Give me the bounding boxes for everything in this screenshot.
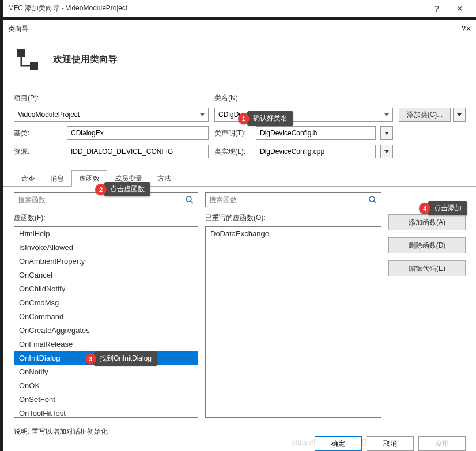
svg-point-3 (186, 196, 191, 202)
list-item[interactable]: OnOK (14, 379, 198, 393)
res-label: 资源: (14, 147, 62, 157)
overridden-list-label: 已重写的虚函数(O): (205, 213, 381, 223)
callout-4: 4 点击添加 (419, 201, 467, 215)
list-item[interactable]: HtmlHelp (14, 227, 198, 241)
close-icon[interactable]: ✕ (466, 25, 471, 33)
help-icon[interactable]: ? (425, 1, 448, 17)
list-item[interactable]: OnCreateAggregates (14, 324, 198, 338)
list-item[interactable]: OnToolHitTest (14, 407, 198, 418)
list-item[interactable]: IsInvokeAllowed (14, 241, 198, 255)
cancel-button[interactable]: 取消 (367, 436, 414, 451)
impl-label: 类实现(L): (214, 147, 251, 157)
svg-line-6 (374, 201, 376, 203)
list-item[interactable]: OnChildNotify (14, 282, 198, 296)
help-icon[interactable]: ? (462, 25, 466, 33)
list-item[interactable]: OnFinalRelease (14, 338, 198, 351)
list-item[interactable]: OnCommand (14, 310, 198, 324)
ok-button[interactable]: 确定 (315, 436, 362, 451)
list-item[interactable]: OnAmbientProperty (14, 255, 198, 268)
list-item[interactable]: OnCancel (14, 268, 198, 282)
search-input-right[interactable]: 搜索函数 (205, 192, 381, 207)
tab-commands[interactable]: 命令 (14, 170, 43, 187)
base-label: 基类: (14, 128, 62, 138)
list-item[interactable]: OnNotify (14, 365, 198, 379)
svg-point-5 (369, 196, 375, 202)
class-label: 类名(N): (214, 93, 251, 103)
decl-field: DlgDeviceConfig.h (256, 126, 376, 140)
impl-field: DlgDeviceConfig.cpp (256, 145, 376, 158)
outer-title: MFC 添加类向导 - VideoModuleProject (8, 3, 425, 13)
wizard-dialog: 类向导 ? ✕ 欢迎使用类向导 项目(P): 类名(N): (3, 20, 476, 451)
svg-line-4 (191, 201, 193, 203)
add-class-button[interactable]: 添加类(C)... (399, 108, 451, 122)
search-icon (185, 195, 194, 204)
project-label: 项目(P): (14, 93, 62, 103)
wizard-icon (14, 46, 41, 73)
add-function-button[interactable]: 添加函数(A) (388, 214, 466, 230)
search-icon (368, 195, 377, 204)
list-item[interactable]: OnSetFont (14, 393, 198, 407)
inner-title: 类向导 (8, 24, 462, 34)
content-area: 搜索函数 虚函数(F): HtmlHelpIsInvokeAllowedOnAm… (3, 187, 476, 423)
list-item[interactable]: DoDataExchange (206, 227, 381, 241)
tab-bar: 命令 消息 虚函数 成员变量 方法 (3, 170, 476, 187)
header-title: 欢迎使用类向导 (53, 54, 118, 66)
overridden-listbox[interactable]: DoDataExchange (205, 226, 381, 418)
callout-2: 2 点击虚函数 (95, 182, 150, 196)
edit-code-button[interactable]: 编辑代码(E) (388, 260, 466, 276)
outer-window: MFC 添加类向导 - VideoModuleProject ? ✕ (3, 0, 476, 17)
inner-titlebar: 类向导 ? ✕ (3, 20, 476, 37)
add-class-dropdown-icon[interactable] (453, 108, 466, 122)
project-dropdown[interactable]: VideoModuleProject (14, 108, 209, 122)
outer-titlebar: MFC 添加类向导 - VideoModuleProject ? ✕ (3, 0, 476, 17)
list-item[interactable]: OnCmdMsg (14, 296, 198, 310)
header-section: 欢迎使用类向导 (3, 37, 476, 86)
delete-function-button[interactable]: 删除函数(D) (388, 237, 466, 253)
tab-methods[interactable]: 方法 (150, 170, 179, 187)
res-field: IDD_DIALOG_DEVICE_CONFIG (67, 145, 209, 158)
svg-rect-0 (17, 49, 25, 57)
form-section: 项目(P): 类名(N): VideoModuleProject CDlgDev… (3, 86, 476, 165)
decl-label: 类声明(T): (214, 128, 251, 138)
callout-3: 3 找到OnInitDialog (85, 351, 157, 366)
decl-dropdown-icon[interactable] (380, 126, 393, 140)
vfunc-list-label: 虚函数(F): (14, 213, 198, 223)
base-field: CDialogEx (67, 126, 209, 140)
close-icon[interactable]: ✕ (448, 1, 471, 17)
callout-1: 1 确认好类名 (238, 111, 293, 126)
impl-dropdown-icon[interactable] (380, 145, 393, 158)
footer: 确定 取消 应用 (3, 431, 476, 451)
apply-button[interactable]: 应用 (418, 436, 466, 451)
project-value: VideoModuleProject (18, 111, 80, 119)
tab-messages[interactable]: 消息 (43, 170, 71, 187)
vfunc-listbox[interactable]: HtmlHelpIsInvokeAllowedOnAmbientProperty… (14, 226, 198, 418)
